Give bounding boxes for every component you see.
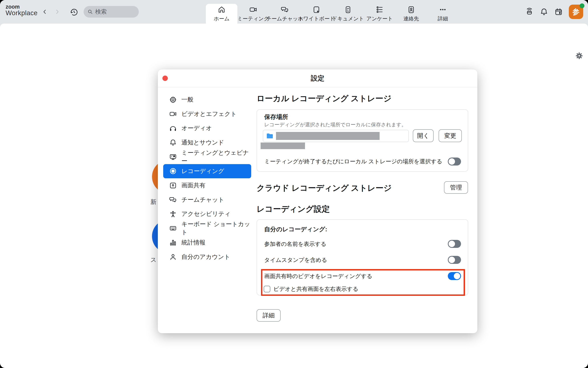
stats-icon bbox=[169, 239, 177, 247]
sidebar-item-audio[interactable]: オーディオ bbox=[163, 121, 251, 136]
local-storage-heading: ローカル レコーディング ストレージ bbox=[257, 93, 392, 104]
history-button[interactable] bbox=[70, 8, 78, 16]
redacted-path-text bbox=[276, 132, 380, 140]
save-location-label: 保存場所 bbox=[264, 113, 288, 121]
tab-docs[interactable]: ドキュメント bbox=[332, 4, 364, 24]
open-button-label: 開く bbox=[417, 132, 429, 140]
record-icon bbox=[169, 167, 177, 175]
tab-label: アンケート bbox=[366, 15, 393, 22]
chat-icon bbox=[169, 196, 177, 204]
change-button-label: 変更 bbox=[444, 132, 456, 140]
details-button[interactable]: 詳細 bbox=[257, 309, 280, 322]
chevron-right-icon bbox=[54, 9, 60, 15]
presence-badge bbox=[579, 3, 584, 8]
sidebar-item-label: 自分のアカウント bbox=[181, 253, 230, 261]
tab-team-chat[interactable]: チームチャット bbox=[269, 4, 301, 24]
sidebar-item-team-chat[interactable]: チームチャット bbox=[163, 193, 251, 207]
tab-label: ホーム bbox=[214, 15, 229, 22]
sidebar-item-label: ミーティングとウェビナー bbox=[181, 149, 251, 165]
tab-surveys[interactable]: アンケート bbox=[364, 4, 395, 24]
record-video-during-share-toggle[interactable] bbox=[448, 272, 461, 280]
manage-button-label: 管理 bbox=[450, 184, 462, 192]
forward-button[interactable] bbox=[53, 8, 61, 16]
main-tabs: ホーム ミーティング チームチャット ホワイトボード ドキュメント アンケート bbox=[206, 0, 459, 24]
search-icon bbox=[87, 9, 93, 15]
bell-icon bbox=[540, 7, 548, 16]
video-icon bbox=[169, 110, 177, 118]
tab-home[interactable]: ホーム bbox=[206, 4, 237, 24]
new-meeting-label-fragment: 新 bbox=[150, 198, 156, 206]
search-input[interactable]: 検索 bbox=[84, 6, 139, 18]
sidebar-item-meetings-webinars[interactable]: ミーティングとウェビナー bbox=[163, 150, 251, 164]
sidebar-item-my-account[interactable]: 自分のアカウント bbox=[163, 250, 251, 264]
surveys-icon bbox=[375, 5, 384, 14]
toolbar: zoom Workplace 検索 ホーム bbox=[0, 0, 588, 24]
avatar-text: 参 bbox=[572, 7, 579, 17]
include-timestamp-label: タイムスタンプを含める bbox=[264, 256, 327, 264]
toolbar-right: 参 bbox=[525, 0, 583, 24]
sidebar-item-label: 通知とサウンド bbox=[181, 138, 224, 147]
calendar-button[interactable] bbox=[554, 7, 563, 16]
app-window: zoom Workplace 検索 ホーム bbox=[0, 0, 588, 368]
connect-room-button[interactable] bbox=[525, 7, 534, 16]
back-button[interactable] bbox=[41, 8, 49, 16]
local-storage-card: 保存場所 レコーディングが選択された場所でローカルに保存されます。 開く 変更 … bbox=[257, 109, 468, 172]
tab-more[interactable]: 詳細 bbox=[427, 4, 459, 24]
include-timestamp-toggle[interactable] bbox=[448, 256, 461, 264]
notifications-button[interactable] bbox=[540, 7, 548, 16]
sidebar-item-keyboard-shortcuts[interactable]: キーボード ショートカット bbox=[163, 221, 251, 236]
chevron-left-icon bbox=[42, 9, 48, 15]
sidebar-item-share-screen[interactable]: 画面共有 bbox=[163, 178, 251, 193]
tab-label: 連絡先 bbox=[403, 15, 419, 22]
sidebar-item-label: レコーディング bbox=[181, 167, 224, 175]
avatar[interactable]: 参 bbox=[569, 5, 583, 19]
logo-line2: Workplace bbox=[6, 9, 37, 17]
accessibility-icon bbox=[169, 210, 177, 218]
tab-label: ミーティング bbox=[237, 15, 269, 22]
manage-button[interactable]: 管理 bbox=[444, 181, 468, 194]
tab-whiteboard[interactable]: ホワイトボード bbox=[301, 4, 332, 24]
settings-dialog: 設定 一般 ビデオとエフェクト オーディオ 通知とサウンド ミーティングとウェビ… bbox=[158, 69, 477, 333]
account-icon bbox=[169, 253, 177, 261]
tab-contacts[interactable]: 連絡先 bbox=[395, 4, 427, 24]
more-icon bbox=[439, 5, 447, 14]
folder-icon bbox=[266, 133, 274, 139]
home-settings-button[interactable] bbox=[575, 52, 583, 60]
choose-location-toggle-label: ミーティングが終了するたびにローカル ストレージの場所を選択する bbox=[264, 158, 442, 165]
side-by-side-checkbox-label: ビデオと共有画面を左右表示する bbox=[273, 285, 358, 293]
sidebar-item-statistics[interactable]: 統計情報 bbox=[163, 235, 251, 250]
tab-label: 詳細 bbox=[438, 15, 448, 22]
keyboard-icon bbox=[169, 224, 177, 232]
tab-label: ホワイトボード bbox=[298, 15, 335, 22]
bell-icon bbox=[169, 138, 177, 147]
save-location-description: レコーディングが選択された場所でローカルに保存されます。 bbox=[264, 121, 406, 128]
sidebar-item-notifications[interactable]: 通知とサウンド bbox=[163, 136, 251, 150]
logo-line1: zoom bbox=[6, 4, 37, 9]
connect-room-icon bbox=[525, 7, 534, 16]
sidebar-item-label: ビデオとエフェクト bbox=[181, 110, 237, 118]
settings-sidebar: 一般 ビデオとエフェクト オーディオ 通知とサウンド ミーティングとウェビナー … bbox=[158, 92, 257, 264]
close-dialog-button[interactable] bbox=[162, 75, 168, 81]
sidebar-item-label: オーディオ bbox=[181, 124, 212, 132]
show-participant-names-label: 参加者の名前を表示する bbox=[264, 240, 327, 248]
dialog-title: 設定 bbox=[158, 69, 477, 87]
calendar-icon bbox=[554, 7, 563, 16]
open-button[interactable]: 開く bbox=[413, 129, 434, 142]
sidebar-item-label: 画面共有 bbox=[181, 181, 205, 190]
whiteboard-icon bbox=[312, 5, 321, 14]
sidebar-item-recording[interactable]: レコーディング bbox=[163, 164, 251, 178]
zoom-workplace-logo: zoom Workplace bbox=[6, 4, 37, 17]
recording-settings-card: 自分のレコーディング: 参加者の名前を表示する タイムスタンプを含める 画面共有… bbox=[257, 219, 468, 295]
sidebar-item-accessibility[interactable]: アクセシビリティ bbox=[163, 207, 251, 221]
tab-meetings[interactable]: ミーティング bbox=[237, 4, 269, 24]
sidebar-item-general[interactable]: 一般 bbox=[163, 92, 251, 107]
redacted-path-text-2 bbox=[261, 143, 305, 149]
choose-location-toggle[interactable] bbox=[448, 157, 461, 166]
team-chat-icon bbox=[280, 5, 289, 14]
show-participant-names-toggle[interactable] bbox=[448, 240, 461, 248]
side-by-side-checkbox[interactable] bbox=[264, 286, 271, 293]
gear-icon bbox=[169, 96, 177, 104]
sidebar-item-video-effects[interactable]: ビデオとエフェクト bbox=[163, 107, 251, 121]
change-button[interactable]: 変更 bbox=[439, 129, 462, 142]
save-location-path-field[interactable] bbox=[263, 130, 409, 142]
